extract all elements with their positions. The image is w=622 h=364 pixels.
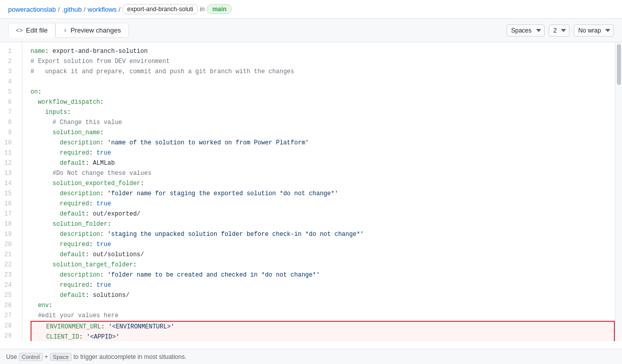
code-line: env: [31,300,615,311]
breadcrumb: poweractionslab / .github / workflows / … [0,0,622,19]
editor-controls: Spaces 2 No wrap [507,24,614,37]
indent-select[interactable]: 2 [549,24,570,37]
line-number: 27 [0,311,18,321]
line-number: 28 [0,321,18,331]
breadcrumb-sep2: / [84,6,86,13]
line-number: 22 [0,260,18,270]
line-number: 10 [0,138,18,148]
line-number: 7 [0,107,18,117]
code-line: description: 'staging the unpacked solut… [31,229,615,239]
line-number: 3 [0,67,18,77]
code-line: required: true [31,280,615,290]
code-line: default: out/solutions/ [31,250,615,260]
tab-edit-file[interactable]: <> Edit file [8,23,55,38]
line-number: 19 [0,229,18,239]
highlighted-block: ENVIRONMENT_URL: '<ENVIRONMENTURL>' CLIE… [31,321,615,341]
line-number: 6 [0,97,18,107]
line-number: 26 [0,300,18,311]
code-line: #Do Not change these values [31,168,615,178]
code-line: #edit your values here [31,311,615,321]
line-number: 13 [0,168,18,178]
breadcrumb-sep1: / [58,6,60,13]
breadcrumb-in: in [200,6,204,13]
code-line: inputs: [31,107,615,117]
line-number: 21 [0,250,18,260]
line-number: 4 [0,77,18,87]
line-number: 8 [0,117,18,128]
code-line: solution_exported_folder: [31,178,615,189]
branch-badge[interactable]: main [206,4,232,14]
code-line: required: true [31,239,615,250]
code-line: required: true [31,148,615,158]
editor-tabs: <> Edit file ♀ Preview changes [8,23,129,38]
code-line: name: export-and-branch-solution [31,46,615,56]
scrollbar-track[interactable] [615,42,622,341]
code-line: description: 'folder name for staging th… [31,189,615,199]
code-area[interactable]: name: export-and-branch-solution# Export… [22,42,615,341]
eye-icon: ♀ [63,27,68,34]
line-number: 20 [0,239,18,250]
editor-main: 1234567891011121314151617181920212223242… [0,42,622,341]
line-number: 2 [0,56,18,67]
code-line: # Export solution from DEV environment [31,56,615,67]
code-line: CLIENT_ID: '<APPID>' [32,332,614,341]
code-line: default: out/exported/ [31,209,615,219]
line-number: 18 [0,219,18,229]
line-number: 12 [0,158,18,168]
code-line: on: [31,87,615,97]
line-number: 16 [0,199,18,209]
line-number: 29 [0,331,18,341]
code-line: description: 'folder name to be created … [31,270,615,280]
line-number: 9 [0,128,18,138]
tab-preview-label: Preview changes [71,26,121,34]
wrap-select[interactable]: No wrap [574,24,614,37]
code-line [31,77,615,87]
editor-toolbar: <> Edit file ♀ Preview changes Spaces 2 … [0,19,622,42]
line-numbers: 1234567891011121314151617181920212223242… [0,42,22,341]
code-line: workflow_dispatch: [31,97,615,107]
edit-icon: <> [16,27,23,34]
line-number: 14 [0,178,18,189]
line-number: 11 [0,148,18,158]
breadcrumb-folder2[interactable]: workflows [87,6,116,13]
breadcrumb-org[interactable]: poweractionslab [8,6,56,13]
code-line: solution_name: [31,128,615,138]
line-number: 25 [0,290,18,300]
code-line: # Change this value [31,117,615,128]
line-number: 5 [0,87,18,97]
code-line: default: ALMLab [31,158,615,168]
code-line: default: solutions/ [31,290,615,300]
breadcrumb-filename: export-and-branch-soluti [123,4,198,14]
code-line: solution_target_folder: [31,260,615,270]
line-number: 1 [0,46,18,56]
spaces-select[interactable]: Spaces [507,24,545,37]
code-line: # unpack it and prepare, commit and push… [31,67,615,77]
tab-edit-label: Edit file [26,26,48,34]
line-number: 23 [0,270,18,280]
code-line: description: 'name of the solution to wo… [31,138,615,148]
line-number: 15 [0,189,18,199]
breadcrumb-sep3: / [119,6,121,13]
tab-preview-changes[interactable]: ♀ Preview changes [55,23,129,38]
scrollbar-thumb[interactable] [617,44,621,85]
code-line: required: true [31,199,615,209]
line-number: 17 [0,209,18,219]
breadcrumb-folder1[interactable]: .github [62,6,82,13]
code-line: ENVIRONMENT_URL: '<ENVIRONMENTURL>' [32,322,614,332]
code-line: solution_folder: [31,219,615,229]
line-number: 24 [0,280,18,290]
